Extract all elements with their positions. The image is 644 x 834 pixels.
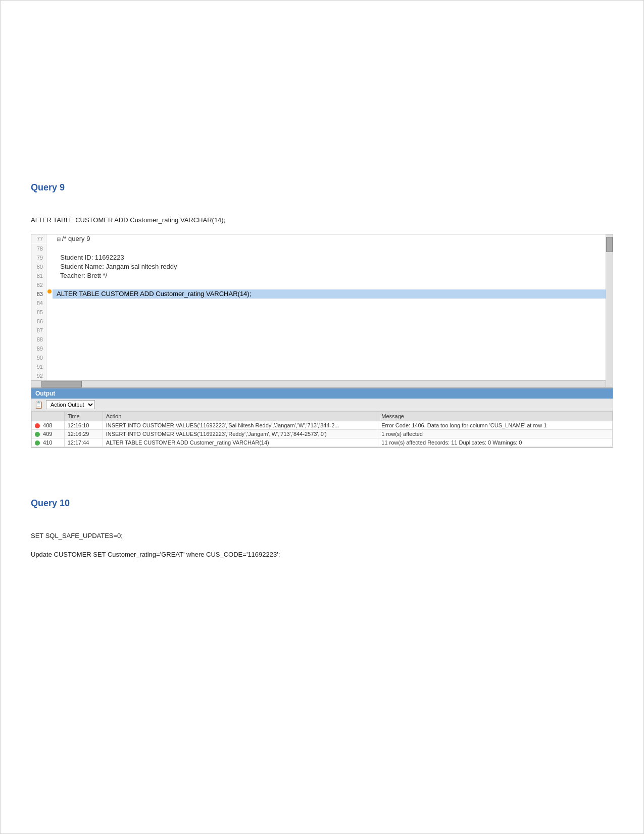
active-dot	[47, 289, 52, 293]
line-number: 86	[31, 317, 46, 326]
horizontal-scrollbar[interactable]	[31, 380, 606, 387]
code-line: 90	[31, 353, 606, 362]
line-number: 89	[31, 344, 46, 353]
line-content: ⊟ /* query 9	[53, 234, 606, 244]
col-time: Time	[64, 411, 103, 421]
query9-section: Query 9 ALTER TABLE CUSTOMER ADD Custome…	[31, 182, 613, 448]
action-cell: INSERT INTO CUSTOMER VALUES('11692223','…	[103, 421, 378, 429]
row-number: 408	[41, 422, 52, 428]
output-toolbar: 📋 Action Output	[31, 399, 613, 411]
page: Query 9 ALTER TABLE CUSTOMER ADD Custome…	[0, 0, 644, 834]
code-editor[interactable]: 77⊟ /* query 97879 Student ID: 116922238…	[31, 234, 613, 388]
code-line: 86	[31, 317, 606, 326]
line-number: 88	[31, 335, 46, 344]
table-row: 40912:16:29INSERT INTO CUSTOMER VALUES('…	[32, 429, 613, 438]
action-output-select[interactable]: Action Output	[46, 400, 95, 409]
message-cell: 11 row(s) affected Records: 11 Duplicate…	[378, 438, 613, 447]
line-content: ALTER TABLE CUSTOMER ADD Customer_rating…	[53, 289, 606, 299]
hscrollbar-thumb[interactable]	[41, 381, 82, 387]
editor-main[interactable]: 77⊟ /* query 97879 Student ID: 116922238…	[31, 234, 606, 387]
time-cell: 12:16:10	[64, 421, 103, 429]
output-table: Time Action Message 40812:16:10INSERT IN…	[31, 411, 613, 447]
message-cell: Error Code: 1406. Data too long for colu…	[378, 421, 613, 429]
line-number: 81	[31, 271, 46, 280]
output-toolbar-icon: 📋	[34, 401, 43, 409]
status-icon	[35, 440, 40, 446]
code-line: 89	[31, 344, 606, 353]
status-icon	[35, 432, 40, 437]
line-number: 83	[31, 289, 46, 299]
table-row: 41012:17:44ALTER TABLE CUSTOMER ADD Cust…	[32, 438, 613, 447]
line-number: 80	[31, 262, 46, 271]
vertical-scrollbar[interactable]	[606, 234, 613, 387]
col-action: Action	[103, 411, 378, 421]
code-line: 88	[31, 335, 606, 344]
scrollbar-thumb[interactable]	[606, 237, 613, 252]
line-number: 78	[31, 244, 46, 253]
line-dot	[46, 289, 53, 293]
hscrollbar-track[interactable]	[31, 381, 606, 387]
status-cell: 410	[32, 438, 65, 447]
code-lines: 77⊟ /* query 97879 Student ID: 116922238…	[31, 234, 606, 380]
table-row: 40812:16:10INSERT INTO CUSTOMER VALUES('…	[32, 421, 613, 429]
line-number: 90	[31, 353, 46, 362]
line-number: 84	[31, 299, 46, 308]
line-content: Student ID: 11692223	[53, 253, 606, 262]
row-number: 410	[41, 439, 52, 446]
action-cell: INSERT INTO CUSTOMER VALUES('11692223','…	[103, 429, 378, 438]
message-cell: 1 row(s) affected	[378, 429, 613, 438]
row-number: 409	[41, 431, 52, 437]
code-line: 83ALTER TABLE CUSTOMER ADD Customer_rati…	[31, 289, 606, 299]
code-line: 77⊟ /* query 9	[31, 234, 606, 244]
query10-section: Query 10 SET SQL_SAFE_UPDATES=0; Update …	[31, 498, 613, 560]
col-status	[32, 411, 65, 421]
code-line: 92	[31, 371, 606, 380]
line-number: 77	[31, 234, 46, 243]
action-cell: ALTER TABLE CUSTOMER ADD Customer_rating…	[103, 438, 378, 447]
line-number: 79	[31, 253, 46, 262]
status-icon	[35, 423, 40, 428]
time-cell: 12:16:29	[64, 429, 103, 438]
code-line: 84	[31, 299, 606, 308]
top-whitespace	[31, 21, 613, 182]
query9-sql-text: ALTER TABLE CUSTOMER ADD Customer_rating…	[31, 215, 613, 226]
query10-title: Query 10	[31, 498, 613, 509]
status-cell: 409	[32, 429, 65, 438]
code-line: 81 Teacher: Brett */	[31, 271, 606, 280]
status-cell: 408	[32, 421, 65, 429]
code-line: 91	[31, 362, 606, 371]
query10-sql-line2: Update CUSTOMER SET Customer_rating='GRE…	[31, 550, 613, 560]
query10-sql-line1: SET SQL_SAFE_UPDATES=0;	[31, 531, 613, 542]
output-panel: Output 📋 Action Output Time Action Messa…	[31, 388, 613, 448]
line-number: 85	[31, 308, 46, 317]
code-line: 87	[31, 326, 606, 335]
code-line: 82	[31, 280, 606, 289]
line-number: 92	[31, 371, 46, 380]
line-number: 82	[31, 280, 46, 289]
line-content: Teacher: Brett */	[53, 271, 606, 280]
line-number: 91	[31, 362, 46, 371]
query9-title: Query 9	[31, 182, 613, 193]
time-cell: 12:17:44	[64, 438, 103, 447]
code-line: 79 Student ID: 11692223	[31, 253, 606, 262]
line-number: 87	[31, 326, 46, 335]
output-header: Output	[31, 388, 613, 399]
line-content: Student Name: Jangam sai nitesh reddy	[53, 262, 606, 271]
col-message: Message	[378, 411, 613, 421]
tree-collapse-icon[interactable]: ⊟	[57, 236, 62, 242]
code-line: 78	[31, 244, 606, 253]
code-line: 85	[31, 308, 606, 317]
code-line: 80 Student Name: Jangam sai nitesh reddy	[31, 262, 606, 271]
